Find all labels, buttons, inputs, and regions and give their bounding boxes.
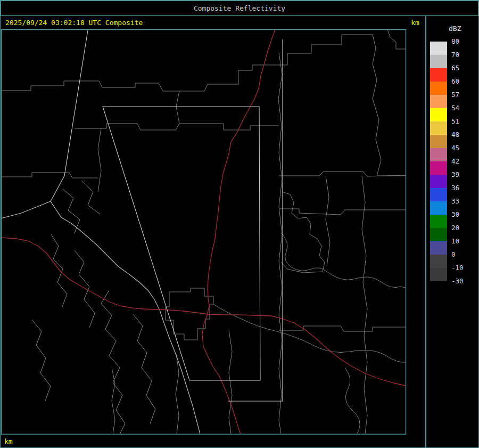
map-border xyxy=(2,30,406,435)
colorbar-block xyxy=(430,121,447,135)
colorbar-panel: dBZ 807065605754514845423936333020100-10… xyxy=(426,16,479,448)
bottom-axis: km xyxy=(1,435,406,447)
colorbar-tick-label: 65 xyxy=(451,64,477,72)
highways xyxy=(1,29,406,434)
colorbar-tick-label: 39 xyxy=(451,170,477,179)
bottom-axis-unit: km xyxy=(4,437,13,445)
colorbar-block xyxy=(430,268,447,281)
colorbar-block xyxy=(430,241,447,255)
colorbar-tick-label: 57 xyxy=(451,91,477,99)
colorbar-tick-label: -30 xyxy=(451,277,477,286)
colorbar-tick-label: 20 xyxy=(451,224,477,232)
colorbar-block xyxy=(430,161,447,175)
colorbar-block xyxy=(430,82,447,95)
colorbar-tick-label: 51 xyxy=(451,117,477,126)
colorbar-block xyxy=(430,68,447,82)
colorbar-block xyxy=(430,201,447,215)
timestamp: 2025/09/24 03:02:18 UTC Composite xyxy=(5,19,143,27)
window-title: Composite_Reflectivity xyxy=(194,4,285,12)
colorbar-block xyxy=(430,148,447,161)
colorbar-tick-label: 0 xyxy=(451,250,477,259)
colorbar-tick-label: 80 xyxy=(451,37,477,46)
provincial-border xyxy=(1,201,200,434)
colorbar-tick-label: 48 xyxy=(451,131,477,139)
colorbar-tick-label: 30 xyxy=(451,210,477,219)
colorbar-block xyxy=(430,95,447,108)
colorbar-tick-label: 45 xyxy=(451,144,477,152)
colorbar-block xyxy=(430,215,447,228)
colorbar-block xyxy=(430,42,447,55)
colorbar-block xyxy=(430,135,447,148)
panel-divider xyxy=(425,16,426,448)
terrain-lines xyxy=(32,181,155,434)
colorbar-tick-label: 10 xyxy=(451,237,477,246)
colorbar-block xyxy=(430,108,447,121)
title-bar: Composite_Reflectivity xyxy=(1,1,478,16)
colorbar-title: dBZ xyxy=(449,25,461,32)
right-axis xyxy=(407,29,425,434)
colorbar-block xyxy=(430,55,447,68)
colorbar-tick-label: -10 xyxy=(451,264,477,272)
colorbar-block xyxy=(430,228,447,241)
colorbar-block xyxy=(430,175,447,188)
colorbar-tick-label: 36 xyxy=(451,184,477,192)
colorbar-block xyxy=(430,255,447,268)
scan-sector-outlines xyxy=(51,30,283,401)
radar-viewer-window: Composite_Reflectivity 2025/09/24 03:02:… xyxy=(0,0,479,448)
colorbar-tick-label: 54 xyxy=(451,104,477,112)
colorbar-block xyxy=(430,188,447,201)
colorbar-tick-label: 60 xyxy=(451,77,477,86)
colorbar-tick-label: 42 xyxy=(451,157,477,166)
right-axis-unit: km xyxy=(406,19,425,27)
colorbar-tick-label: 70 xyxy=(451,51,477,59)
county-boundaries xyxy=(1,29,406,434)
colorbar-tick-label: 33 xyxy=(451,197,477,206)
